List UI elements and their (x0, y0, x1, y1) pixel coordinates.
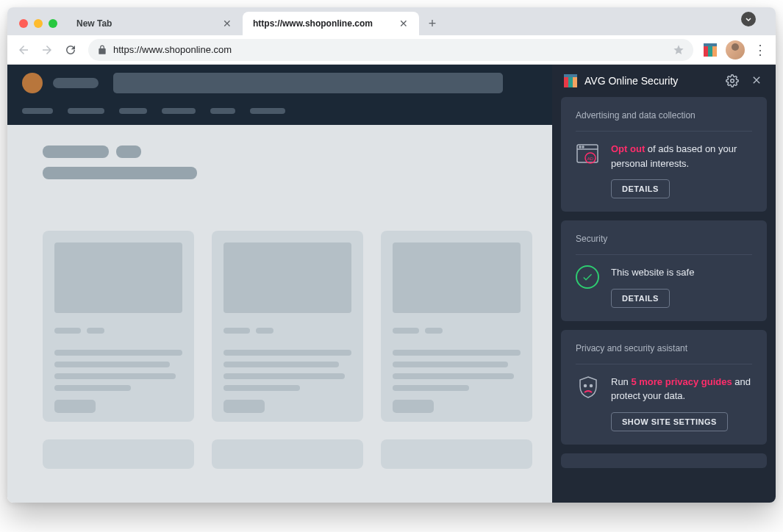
card-image (393, 242, 521, 313)
forward-button[interactable] (37, 40, 57, 60)
close-panel-icon[interactable] (751, 74, 764, 87)
maximize-window-button[interactable] (49, 19, 57, 28)
close-window-button[interactable] (19, 19, 28, 28)
site-logo (22, 73, 43, 93)
security-card: Security This website is safe DETAILS (561, 220, 767, 321)
product-card (381, 439, 532, 469)
product-card (43, 439, 194, 469)
svg-text:AD: AD (587, 157, 594, 161)
new-tab-button[interactable]: + (422, 13, 443, 34)
avg-security-panel: AVG Online Security Advertising and data… (552, 65, 776, 503)
product-card (43, 231, 194, 422)
tab-bar: New Tab ✕ https://www.shoponline.com ✕ + (7, 7, 776, 35)
card-image (54, 242, 182, 313)
back-button[interactable] (13, 40, 34, 60)
nav-item (162, 108, 196, 114)
svg-point-11 (579, 146, 581, 148)
card-text: Opt out of ads based on your personal in… (611, 142, 752, 198)
panel-title: AVG Online Security (584, 75, 718, 87)
placeholder (43, 145, 109, 158)
lock-icon (97, 45, 107, 55)
site-search-bar (113, 73, 503, 93)
privacy-assistant-card: Privacy and security asistant Run 5 mo (561, 330, 767, 445)
next-card-peek (561, 453, 767, 468)
check-circle-icon (576, 265, 601, 290)
nav-item (68, 108, 104, 114)
card-heading: Privacy and security asistant (576, 343, 752, 364)
tab-title: https://www.shoponline.com (253, 18, 393, 29)
product-card (212, 231, 363, 422)
tab-title: New Tab (76, 18, 216, 29)
page-content: AVG Online Security Advertising and data… (7, 65, 776, 503)
window-controls (13, 19, 66, 35)
show-site-settings-button[interactable]: SHOW SITE SETTINGS (611, 412, 728, 431)
card-heading: Security (576, 234, 752, 255)
dropdown-caret-icon[interactable] (741, 12, 756, 26)
product-card (381, 231, 532, 422)
card-text: Run 5 more privacy guides and protect yo… (611, 375, 752, 431)
nav-item (22, 108, 53, 114)
placeholder (116, 145, 141, 158)
panel-body: Advertising and data collection AD (552, 97, 776, 503)
close-tab-icon[interactable]: ✕ (222, 18, 232, 29)
bookmark-star-icon[interactable] (673, 44, 684, 56)
placeholder (43, 167, 197, 179)
close-tab-icon[interactable]: ✕ (398, 18, 409, 29)
details-button[interactable]: DETAILS (611, 179, 670, 198)
card-image (224, 242, 351, 313)
card-text: This website is safe DETAILS (611, 265, 752, 308)
avg-logo-icon (564, 74, 577, 87)
product-card (212, 439, 363, 469)
browser-window: New Tab ✕ https://www.shoponline.com ✕ +… (7, 7, 776, 503)
advertising-card: Advertising and data collection AD (561, 97, 767, 212)
svg-point-16 (590, 384, 593, 387)
highlight-text: Opt out (611, 143, 645, 154)
nav-item (119, 108, 147, 114)
placeholder-label (53, 78, 99, 88)
tab-new[interactable]: New Tab ✕ (66, 12, 243, 35)
details-button[interactable]: DETAILS (611, 289, 670, 308)
address-bar[interactable]: https://www.shoponline.com (88, 39, 693, 61)
panel-header: AVG Online Security (552, 65, 776, 97)
tab-shoponline[interactable]: https://www.shoponline.com ✕ (243, 12, 419, 35)
svg-rect-7 (564, 74, 577, 77)
nav-item (250, 108, 285, 114)
reload-button[interactable] (60, 40, 81, 60)
svg-point-8 (731, 79, 734, 83)
svg-point-12 (582, 146, 584, 148)
toolbar: https://www.shoponline.com ⋮ (7, 35, 776, 65)
highlight-text: 5 more privacy guides (631, 376, 732, 387)
svg-point-15 (584, 384, 587, 387)
avg-extension-icon[interactable] (704, 43, 717, 57)
text-pre: Run (611, 376, 631, 387)
svg-rect-3 (704, 43, 717, 46)
browser-menu-button[interactable]: ⋮ (751, 40, 770, 60)
nav-item (210, 108, 235, 114)
profile-avatar[interactable] (726, 40, 745, 60)
url-text: https://www.shoponline.com (113, 44, 667, 55)
settings-gear-icon[interactable] (726, 74, 739, 87)
minimize-window-button[interactable] (34, 19, 43, 28)
ad-browser-icon: AD (576, 142, 601, 167)
safe-text: This website is safe (611, 267, 694, 278)
card-heading: Advertising and data collection (576, 110, 752, 132)
shield-warning-icon (576, 375, 601, 400)
